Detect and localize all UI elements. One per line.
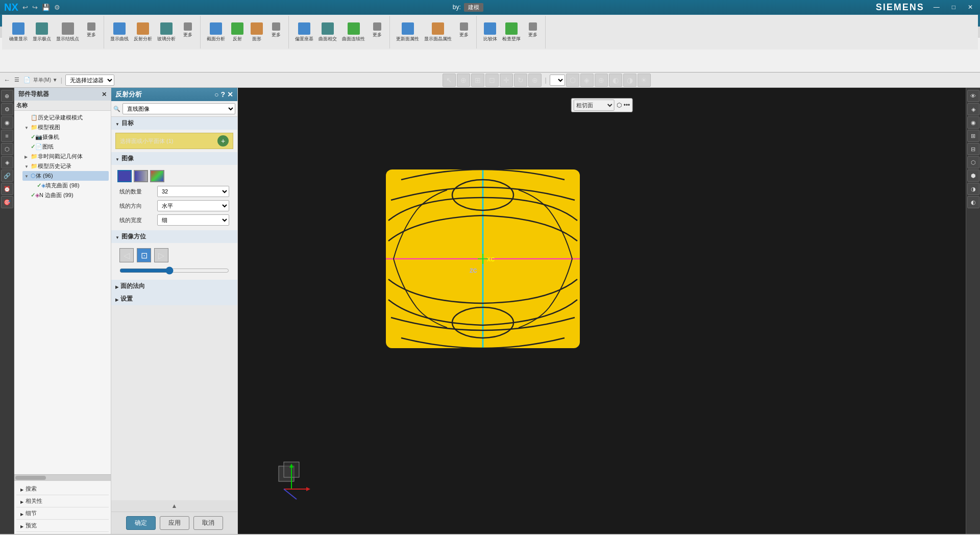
left-icon-3[interactable]: ≡ xyxy=(1,130,13,142)
right-icon-circle[interactable]: ◉ xyxy=(967,116,979,129)
right-icon-grid[interactable]: ⊞ xyxy=(967,130,979,142)
position-slider[interactable] xyxy=(119,266,229,275)
lines-count-select[interactable]: 32 xyxy=(157,186,229,197)
view-btn4[interactable]: ◐ xyxy=(609,74,622,87)
tree-fill-surface[interactable]: ✓ ◈ 填充曲面 (98) xyxy=(29,181,109,190)
right-icon-hex[interactable]: ⬡ xyxy=(967,156,979,168)
tree-history-mode[interactable]: 📋 历史记录建模模式 xyxy=(16,113,109,123)
viewport-expand-icon[interactable]: ⬡ xyxy=(617,102,622,109)
zoom-select[interactable]: 30 xyxy=(550,75,565,86)
view-btn3[interactable]: ⊕ xyxy=(595,74,608,87)
tb-face-shape[interactable]: 面形 xyxy=(248,21,266,43)
sidebar-preview[interactable]: 预览 xyxy=(16,520,109,532)
sidebar-close-icon[interactable]: ✕ xyxy=(102,91,107,98)
image-pos-section-header[interactable]: 图像方位 xyxy=(111,230,237,243)
nav-back[interactable]: ← xyxy=(2,76,12,84)
dialog-expand-btn[interactable]: ○ xyxy=(214,90,218,99)
left-icon-8[interactable]: 🎯 xyxy=(1,196,13,208)
left-icon-1[interactable]: ⚙ xyxy=(1,103,13,115)
tb-display-points[interactable]: 显示极点 xyxy=(31,21,53,43)
filter-btn[interactable]: ⊕ xyxy=(457,74,470,87)
img-pos-btn-right[interactable]: ▷ xyxy=(154,248,168,262)
swatch-blue-btn[interactable] xyxy=(117,170,132,182)
tb-glass-analysis[interactable]: 玻璃分析 xyxy=(155,21,178,43)
tb-show-curve[interactable]: 显示曲线 xyxy=(108,21,131,43)
cancel-button[interactable]: 取消 xyxy=(193,516,223,530)
left-icon-0[interactable]: ⊕ xyxy=(1,90,13,102)
tb-more5[interactable]: 更多 xyxy=(455,21,473,43)
img-pos-btn-mid[interactable]: ⊡ xyxy=(137,248,151,262)
tb-surface-rel[interactable]: 曲面相交 xyxy=(316,21,339,43)
target-add-btn[interactable]: + xyxy=(217,135,229,147)
select-btn[interactable]: ↖ xyxy=(443,74,456,87)
view-btn5[interactable]: ◑ xyxy=(623,74,636,87)
tb-reflex-analysis[interactable]: 反射分析 xyxy=(132,21,154,43)
sidebar-scrollbar[interactable] xyxy=(14,474,111,480)
expand-up-icon[interactable]: ▲ xyxy=(172,502,178,509)
tree-model-history[interactable]: 📁 模型历史记录 xyxy=(16,161,109,171)
snap-btn[interactable]: ⊞ xyxy=(471,74,484,87)
ok-button[interactable]: 确定 xyxy=(126,516,156,530)
tb-offset[interactable]: 偏置座基 xyxy=(293,21,315,43)
right-icon-view[interactable]: 👁 xyxy=(967,90,979,102)
tree-nonts[interactable]: 📁 非时间戳记几何体 xyxy=(16,152,109,161)
left-icon-2[interactable]: ◉ xyxy=(1,116,13,129)
lines-dir-select[interactable]: 水平 xyxy=(157,200,229,211)
right-icon-minus[interactable]: ⊟ xyxy=(967,143,979,155)
rotate-btn[interactable]: ↻ xyxy=(514,74,527,87)
tree-body[interactable]: ⬡ 体 (96) xyxy=(22,171,109,181)
tb-confirm[interactable]: 确量显示 xyxy=(7,21,30,43)
settings-icon[interactable]: ⚙ xyxy=(54,4,60,11)
img-pos-btn-left[interactable]: ◁ xyxy=(119,248,134,262)
right-icon-select[interactable]: ◈ xyxy=(967,103,979,115)
tb-more3[interactable]: 更多 xyxy=(267,21,285,43)
left-icon-5[interactable]: ◈ xyxy=(1,156,13,168)
tree-n-surface[interactable]: ✓ ◈ N 边曲面 (99) xyxy=(22,190,109,200)
snap2-btn[interactable]: ⊡ xyxy=(485,74,499,87)
settings-section-header[interactable]: 设置 xyxy=(111,293,237,305)
swatch-color-btn[interactable] xyxy=(150,170,164,182)
image-type-select[interactable]: 直线图像 xyxy=(122,103,235,114)
close-btn-title[interactable]: ✕ xyxy=(965,4,976,11)
view-type-select[interactable]: 粗切面 xyxy=(574,100,615,111)
image-section-header[interactable]: 图像 xyxy=(111,152,237,165)
tb-compare[interactable]: 比较体 xyxy=(481,21,499,43)
tb-cross-section[interactable]: 截面分析 xyxy=(205,21,227,43)
face-normal-section-header[interactable]: 面的法向 xyxy=(111,280,237,293)
right-icon-half-r[interactable]: ◑ xyxy=(967,183,979,195)
apply-button[interactable]: 应用 xyxy=(160,516,189,530)
tree-model-view[interactable]: 📁 模型视图 xyxy=(16,123,109,132)
lines-width-select[interactable]: 细 xyxy=(157,214,229,226)
sheet-icon[interactable]: 📄 xyxy=(22,77,32,83)
menu-list-icon[interactable]: ☰ xyxy=(13,77,21,83)
tb-update-face[interactable]: 更新面属性 xyxy=(394,21,421,43)
view-btn2[interactable]: ◈ xyxy=(580,74,594,87)
zoom-btn[interactable]: ⊕ xyxy=(528,74,542,87)
sidebar-related[interactable]: 相关性 xyxy=(16,495,109,507)
viewport-more-icon[interactable]: ••• xyxy=(624,102,630,109)
tree-camera[interactable]: ✓ 📷 摄像机 xyxy=(22,132,109,142)
tb-more6[interactable]: 更多 xyxy=(524,21,542,43)
tb-more2[interactable]: 更多 xyxy=(179,21,197,43)
left-icon-4[interactable]: ⬡ xyxy=(1,143,13,155)
sidebar-detail[interactable]: 细节 xyxy=(16,507,109,520)
right-icon-hex2[interactable]: ⬢ xyxy=(967,169,979,182)
tb-more4[interactable]: 更多 xyxy=(368,21,386,43)
dialog-help-btn[interactable]: ? xyxy=(220,90,225,99)
maximize-btn[interactable]: □ xyxy=(949,4,959,11)
undo-icon[interactable]: ↩ xyxy=(22,4,28,11)
tb-curve-cont[interactable]: 曲面连续性 xyxy=(340,21,367,43)
tb-show-face-attr[interactable]: 显示面晶属性 xyxy=(422,21,454,43)
left-icon-6[interactable]: 🔗 xyxy=(1,169,13,182)
tb-display-knots[interactable]: 显示结线点 xyxy=(54,21,81,43)
tree-drawing[interactable]: ✓ 📄 图纸 xyxy=(22,142,109,152)
move-btn[interactable]: ✛ xyxy=(500,74,513,87)
tb-more1[interactable]: 更多 xyxy=(82,21,101,43)
tb-reflect[interactable]: 反射 xyxy=(228,21,247,43)
minimize-btn[interactable]: — xyxy=(930,4,943,11)
right-icon-half-l[interactable]: ◐ xyxy=(967,196,979,208)
swatch-grad-btn[interactable] xyxy=(134,170,148,182)
redo-icon[interactable]: ↪ xyxy=(32,4,38,11)
view-btn1[interactable]: ⬡ xyxy=(566,74,579,87)
sidebar-search[interactable]: 搜索 xyxy=(16,483,109,495)
